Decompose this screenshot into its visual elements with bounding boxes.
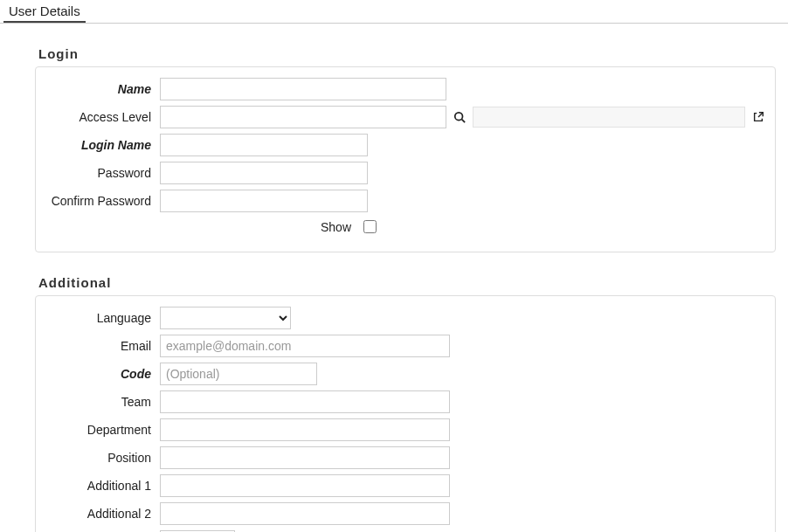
label-additional1: Additional 1 bbox=[45, 479, 160, 493]
login-name-input[interactable] bbox=[160, 134, 368, 156]
label-email: Email bbox=[45, 339, 160, 353]
position-input[interactable] bbox=[160, 446, 450, 469]
tab-user-details[interactable]: User Details bbox=[3, 0, 86, 23]
label-login-name: Login Name bbox=[45, 138, 160, 152]
svg-line-1 bbox=[462, 120, 466, 123]
tab-bar: User Details bbox=[0, 0, 788, 24]
additional2-input[interactable] bbox=[160, 502, 450, 525]
label-name: Name bbox=[45, 82, 160, 96]
label-password: Password bbox=[45, 166, 160, 180]
department-input[interactable] bbox=[160, 418, 450, 441]
password-input[interactable] bbox=[160, 162, 368, 184]
svg-point-0 bbox=[455, 113, 463, 121]
panel-login: Name Access Level bbox=[35, 66, 776, 252]
label-access-level: Access Level bbox=[45, 110, 160, 124]
confirm-password-input[interactable] bbox=[160, 190, 368, 212]
additional1-input[interactable] bbox=[160, 474, 450, 497]
label-confirm-password: Confirm Password bbox=[45, 194, 160, 208]
label-position: Position bbox=[45, 451, 160, 465]
label-additional2: Additional 2 bbox=[45, 507, 160, 521]
label-department: Department bbox=[45, 423, 160, 437]
access-level-display bbox=[473, 107, 745, 128]
language-select[interactable] bbox=[160, 307, 291, 329]
section-title-additional: Additional bbox=[38, 275, 757, 290]
search-icon[interactable] bbox=[452, 109, 467, 125]
team-input[interactable] bbox=[160, 390, 450, 413]
label-team: Team bbox=[45, 395, 160, 409]
label-language: Language bbox=[45, 311, 160, 325]
code-input[interactable] bbox=[160, 363, 317, 385]
label-show: Show bbox=[321, 220, 351, 234]
section-title-login: Login bbox=[38, 46, 757, 61]
show-password-checkbox[interactable] bbox=[363, 220, 377, 233]
label-code: Code bbox=[45, 367, 160, 381]
panel-additional: Language Email Code Team Department Posi… bbox=[35, 295, 776, 532]
access-level-input[interactable] bbox=[160, 106, 446, 128]
email-input[interactable] bbox=[160, 335, 450, 357]
open-external-icon[interactable] bbox=[750, 109, 766, 125]
svg-line-2 bbox=[758, 113, 763, 117]
name-input[interactable] bbox=[160, 78, 446, 100]
